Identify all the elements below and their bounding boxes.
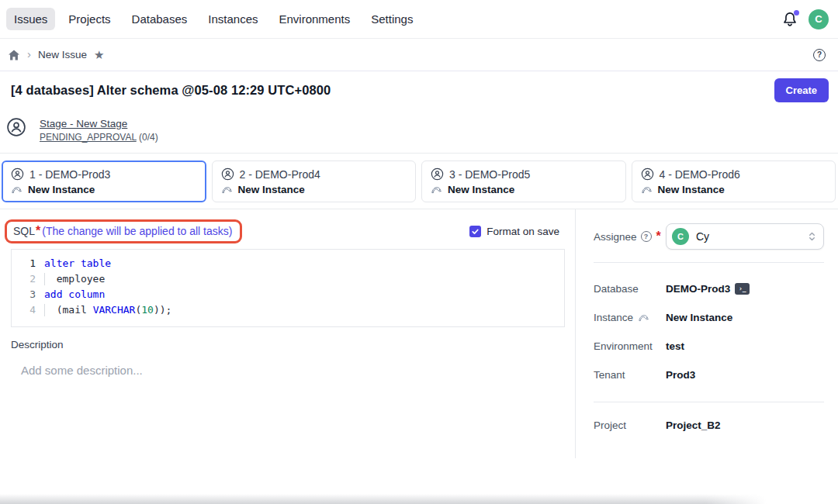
sql-code-editor[interactable]: 1 alter table 2 employee 3 add column [11, 249, 565, 327]
stage-name-link[interactable]: Stage - New Stage [40, 118, 158, 129]
person-icon [431, 167, 444, 181]
database-value: DEMO-Prod3 [666, 283, 730, 295]
code-token: )); [154, 304, 171, 316]
nav-item-projects[interactable]: Projects [61, 8, 118, 30]
breadcrumb-separator: › [27, 47, 31, 60]
mysql-dolphin-icon [11, 185, 23, 195]
select-chevrons-icon [807, 230, 817, 243]
code-line: 3 add column [12, 287, 564, 302]
person-icon [221, 167, 234, 181]
sql-console-icon[interactable]: ›_ [735, 283, 750, 295]
sidebar-row-project: Project Project_B2 [594, 411, 824, 440]
page-title: [4 databases] Alter schema @05-08 12:29 … [11, 83, 331, 98]
indent-guide [44, 273, 45, 285]
nav-item-settings[interactable]: Settings [363, 8, 421, 30]
sql-required-mark: * [36, 224, 40, 238]
task-instance: New Instance [658, 184, 725, 195]
task-instance: New Instance [28, 184, 95, 195]
tenant-label: Tenant [594, 369, 625, 381]
code-line: 1 alter table [12, 256, 564, 271]
task-cards-row: 1 - DEMO-Prod3 New Instance 2 - DEMO-Pro… [0, 154, 838, 209]
mysql-dolphin-icon [641, 185, 653, 195]
task-instance: New Instance [448, 184, 514, 195]
task-name: 2 - DEMO-Prod4 [240, 168, 320, 181]
home-icon[interactable] [8, 49, 20, 61]
person-icon [641, 167, 654, 181]
line-number: 4 [12, 302, 44, 318]
task-card-2[interactable]: 2 - DEMO-Prod4 New Instance [212, 161, 417, 202]
code-line: 4 (mail VARCHAR(10)); [12, 302, 564, 318]
format-on-save-toggle[interactable]: Format on save [469, 226, 559, 237]
stage-section: Stage - New Stage PENDING_APPROVAL (0/4) [0, 110, 838, 154]
sidebar-row-instance: Instance New Instance [594, 303, 824, 332]
task-name: 4 - DEMO-Prod6 [660, 168, 740, 181]
nav-item-issues[interactable]: Issues [6, 8, 55, 30]
description-label: Description [11, 339, 575, 350]
nav-item-databases[interactable]: Databases [124, 8, 196, 30]
code-line: 2 employee [12, 271, 564, 287]
title-row: [4 databases] Alter schema @05-08 12:29 … [0, 71, 838, 110]
instance-value: New Instance [666, 312, 732, 323]
breadcrumb-current-page[interactable]: New Issue [38, 49, 87, 60]
assignee-select[interactable]: C Cy [666, 223, 824, 250]
code-token: alter table [44, 257, 111, 269]
line-number: 3 [12, 287, 44, 302]
person-icon [11, 167, 24, 181]
mysql-dolphin-icon [638, 312, 649, 323]
code-token: (mail [44, 304, 93, 316]
sql-label-annotation-box: SQL* (The change will be applied to all … [5, 219, 242, 243]
assignee-avatar: C [672, 228, 689, 245]
stage-status-link[interactable]: PENDING_APPROVAL [40, 132, 137, 143]
task-card-3[interactable]: 3 - DEMO-Prod5 New Instance [421, 161, 626, 202]
instance-label: Instance [594, 312, 633, 323]
code-token: VARCHAR [93, 304, 136, 316]
assignee-value: Cy [696, 230, 800, 243]
nav-item-instances[interactable]: Instances [200, 8, 265, 30]
issue-sidebar: Assignee ? * C Cy Database DEMO-Prod3 ›_ [576, 209, 838, 458]
assignee-help-icon[interactable]: ? [641, 231, 652, 242]
environment-value: test [666, 340, 684, 352]
tenant-value: Prod3 [666, 369, 695, 381]
sql-label: SQL [13, 225, 35, 237]
nav-item-environments[interactable]: Environments [271, 8, 358, 30]
description-input[interactable]: Add some description... [21, 364, 575, 377]
task-instance: New Instance [238, 184, 305, 195]
assignee-required-mark: * [656, 230, 661, 243]
breadcrumb: › New Issue ★ ? [0, 39, 838, 71]
sql-note: (The change will be applied to all tasks… [42, 225, 232, 237]
main-content: SQL* (The change will be applied to all … [0, 209, 838, 458]
star-icon[interactable]: ★ [94, 48, 104, 62]
sidebar-row-tenant: Tenant Prod3 [594, 361, 824, 389]
stage-person-icon [6, 117, 26, 137]
sql-panel: SQL* (The change will be applied to all … [0, 209, 576, 458]
create-button[interactable]: Create [774, 78, 829, 102]
task-name: 3 - DEMO-Prod5 [449, 168, 530, 181]
project-value: Project_B2 [666, 419, 721, 431]
help-icon[interactable]: ? [813, 49, 826, 61]
notification-dot [794, 10, 799, 16]
environment-label: Environment [594, 340, 653, 352]
code-token: employee [44, 273, 105, 285]
notification-bell-icon[interactable] [781, 11, 798, 28]
line-number: 1 [12, 256, 44, 271]
format-on-save-checkbox[interactable] [469, 226, 481, 237]
stage-progress: (0/4) [139, 132, 158, 143]
indent-guide [44, 304, 45, 316]
sidebar-row-environment: Environment test [594, 332, 824, 361]
task-card-1[interactable]: 1 - DEMO-Prod3 New Instance [2, 161, 206, 202]
top-nav: Issues Projects Databases Instances Envi… [0, 0, 838, 39]
task-card-4[interactable]: 4 - DEMO-Prod6 New Instance [632, 161, 836, 202]
line-number: 2 [12, 271, 44, 287]
mysql-dolphin-icon [431, 185, 442, 195]
mysql-dolphin-icon [221, 185, 233, 195]
code-token: add column [44, 288, 105, 300]
sidebar-row-database: Database DEMO-Prod3 ›_ [594, 274, 824, 303]
format-on-save-label: Format on save [487, 226, 559, 237]
task-name: 1 - DEMO-Prod3 [29, 168, 110, 181]
user-avatar[interactable]: C [809, 9, 829, 29]
bottom-shadow [0, 494, 767, 504]
sidebar-divider [594, 262, 824, 263]
code-token: 10 [141, 304, 154, 316]
database-label: Database [594, 283, 639, 295]
assignee-label: Assignee [594, 231, 637, 243]
